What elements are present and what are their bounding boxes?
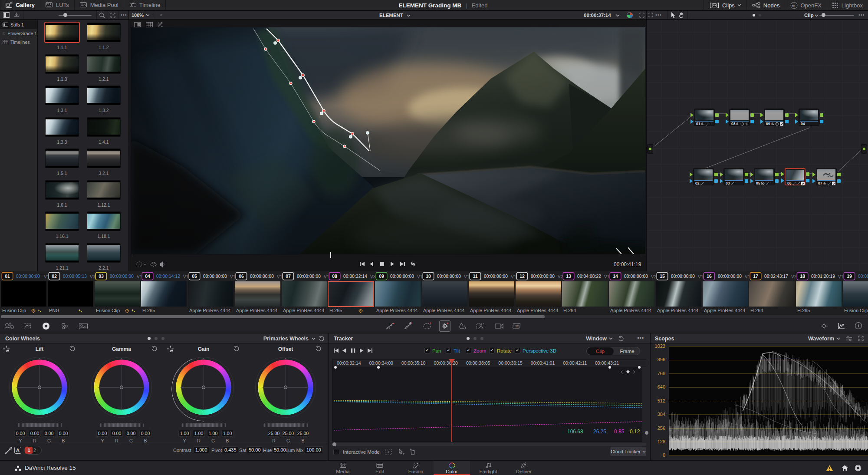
svg-text:106.68: 106.68 <box>567 429 583 435</box>
svg-text:fx: fx <box>792 3 796 7</box>
svg-text:0.85: 0.85 <box>614 429 625 435</box>
svg-text:26.25: 26.25 <box>593 429 606 435</box>
svg-text:0.12: 0.12 <box>630 429 640 435</box>
svg-text:3D: 3D <box>515 325 519 328</box>
